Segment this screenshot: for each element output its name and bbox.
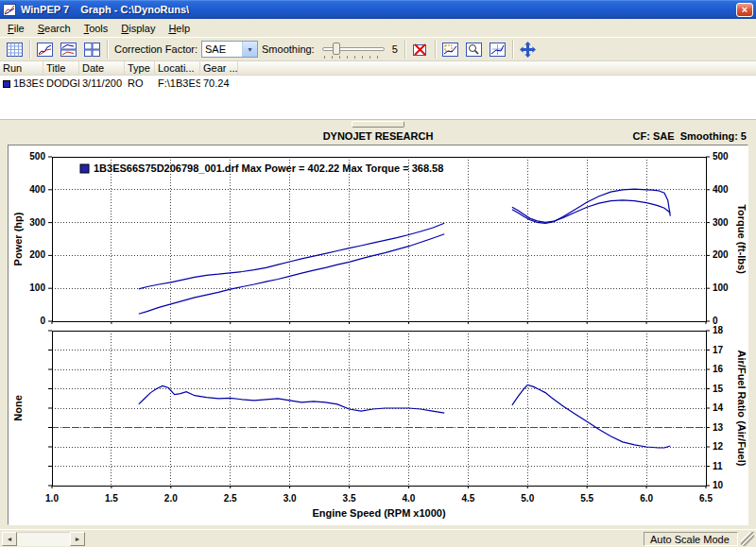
svg-text:16: 16 [713,364,724,374]
y-axis-label-left: None [12,395,24,421]
power-torque-chart: 00100100200200300300400400500500Power (h… [12,151,747,326]
svg-text:2.0: 2.0 [164,493,178,504]
svg-text:15: 15 [713,384,724,394]
menu-display[interactable]: Display [114,21,162,36]
slider-thumb[interactable] [333,43,340,55]
graph-settings-label: CF: SAE Smoothing: 5 [633,130,747,142]
column-filler [238,61,756,75]
svg-text:300: 300 [713,217,729,228]
column-gear[interactable]: Gear ... [200,61,238,75]
legend-chip [80,164,89,173]
single-graph-icon [37,43,53,57]
run-color-chip [3,80,10,88]
date-cell: 3/11/200 [79,77,125,89]
menu-search[interactable]: Search [31,21,77,36]
menu-tools[interactable]: Tools [77,21,115,36]
column-title[interactable]: Title [43,61,79,75]
single-graph-button[interactable] [33,39,57,60]
zoom-box-icon [442,43,458,57]
toolbar-separator [107,40,108,59]
zoom-in-button[interactable] [462,39,486,60]
y-axis-label-right: Air/Fuel Ratio (Air/Fuel) [736,350,747,467]
svg-text:6.5: 6.5 [699,493,713,504]
svg-text:400: 400 [29,184,45,195]
dyno-chart: 00100100200200300300400400500500Power (h… [9,145,747,524]
magnifier-icon [466,43,482,57]
toolbar-separator [404,40,405,59]
scroll-right-icon[interactable]: ► [70,532,85,546]
svg-text:200: 200 [713,249,729,260]
svg-text:1.5: 1.5 [105,493,118,504]
graph-panel[interactable]: 00100100200200300300400400500500Power (h… [8,145,748,525]
column-date[interactable]: Date [79,61,125,75]
graph-area: 00100100200200300300400400500500Power (h… [0,143,756,529]
afr-low-curve [139,385,444,413]
quad-graph-icon [84,43,100,57]
grid-icon [7,43,23,57]
run-cell: 1B3ES [0,77,43,89]
svg-text:100: 100 [29,282,45,293]
menu-bar: File Search Tools Display Help [0,19,756,37]
svg-text:18: 18 [713,325,724,335]
run-grid-button[interactable] [3,39,26,60]
splitter-handle[interactable] [352,121,404,128]
svg-text:10: 10 [713,480,724,490]
chevron-down-icon[interactable]: ▼ [242,42,257,57]
type-cell: RO [125,77,155,89]
x-axis-label: Engine Speed (RPM x1000) [312,507,446,519]
svg-text:3.0: 3.0 [284,493,297,504]
svg-text:14: 14 [713,402,724,413]
toolbar-separator [435,40,436,59]
close-button[interactable]: × [736,3,753,17]
window-title: WinPEP 7 Graph - C:\DynoRuns\ [21,4,736,15]
crosshair-icon [520,42,536,58]
svg-text:12: 12 [713,441,724,452]
dual-graph-button[interactable] [57,39,80,60]
crosshair-button[interactable] [516,39,540,60]
splitter-bar [0,119,756,128]
graph-header: DYNOJET RESEARCH CF: SAE Smoothing: 5 [0,128,756,143]
slider-ticks [324,56,383,59]
smoothing-label: Smoothing: [262,43,315,55]
location-cell: F:\1B3ES [155,77,200,89]
scale-mode-label: Auto Scale Mode [644,532,738,546]
torque-low-curve [139,223,444,289]
svg-text:2.5: 2.5 [224,493,237,504]
legend-text: 1B3ES66S75D206798_001.drf Max Power = 40… [94,162,443,174]
menu-file[interactable]: File [1,21,31,36]
smoothing-slider[interactable] [320,40,387,59]
y-axis-label-left: Power (hp) [12,212,24,265]
svg-text:400: 400 [713,184,729,195]
column-run[interactable]: Run [0,61,43,75]
gear-cell: 70.24 [200,77,238,89]
svg-text:100: 100 [713,282,729,293]
svg-text:300: 300 [29,217,45,228]
svg-text:3.5: 3.5 [343,493,356,504]
slider-track[interactable] [322,47,385,51]
quad-graph-button[interactable] [80,39,104,60]
column-type[interactable]: Type [125,61,155,75]
close-graph-button[interactable] [408,39,432,60]
zoom-reset-icon [490,43,506,57]
dual-graph-icon [60,43,77,57]
svg-text:13: 13 [713,422,724,433]
zoom-reset-button[interactable] [486,39,509,60]
svg-text:5.5: 5.5 [580,493,593,504]
power-low-curve [139,234,444,314]
table-row[interactable]: 1B3ES DODGE 3/11/200 RO F:\1B3ES 70.24 [0,76,756,90]
svg-text:4.0: 4.0 [403,493,416,504]
resize-grip[interactable] [741,532,754,546]
scroll-left-icon[interactable]: ◄ [2,532,17,546]
smoothing-value: 5 [392,43,398,55]
svg-text:11: 11 [713,461,723,471]
column-location[interactable]: Locati... [155,61,200,75]
run-list: 1B3ES DODGE 3/11/200 RO F:\1B3ES 70.24 [0,76,756,119]
svg-text:500: 500 [713,151,729,162]
title-bar: WinPEP 7 Graph - C:\DynoRuns\ × [0,0,756,19]
toolbar: Correction Factor: SAE ▼ Smoothing: 5 [0,37,756,61]
scroll-track[interactable] [17,532,70,546]
menu-help[interactable]: Help [162,21,197,36]
correction-factor-select[interactable]: SAE ▼ [201,41,258,58]
run-table-header: Run Title Date Type Locati... Gear ... [0,61,756,76]
zoom-box-button[interactable] [438,39,462,60]
